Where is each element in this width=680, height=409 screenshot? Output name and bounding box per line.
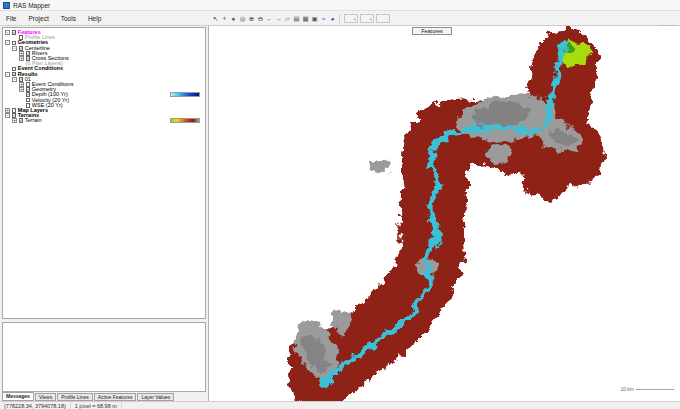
plot-grid-icon[interactable]: ▦ xyxy=(301,13,310,24)
profile-combo[interactable]: ▾ xyxy=(360,14,374,23)
window-title: RAS Mapper xyxy=(13,2,50,9)
layer-checkbox[interactable]: ✓ xyxy=(19,46,24,51)
status-pixel-scale: 1 pixel = 68.98 m xyxy=(71,402,122,409)
flood-terrain-raster xyxy=(285,41,605,387)
toolbar-separator xyxy=(339,14,340,24)
tab-messages[interactable]: Messages xyxy=(2,392,34,401)
tab-views[interactable]: Views xyxy=(35,393,56,401)
layer-checkbox[interactable]: ✓ xyxy=(26,87,31,92)
layer-checkbox[interactable] xyxy=(12,108,17,113)
bottom-tabs: MessagesViewsProfile LinesActive Feature… xyxy=(2,392,175,401)
messages-panel xyxy=(2,322,206,392)
previous-view-icon[interactable]: ← xyxy=(265,13,274,24)
select-tool-icon[interactable]: ↖ xyxy=(211,13,220,24)
tree-row[interactable]: +✓Terrain xyxy=(3,118,205,123)
tree-expander-icon[interactable]: - xyxy=(5,40,10,45)
map-scale-bar: 10 km xyxy=(620,386,674,392)
measure-tool-icon[interactable]: ▱ xyxy=(283,13,292,24)
layer-checkbox[interactable]: ✓ xyxy=(19,77,24,82)
tree-expander-icon[interactable]: - xyxy=(5,72,10,77)
tree-expander-icon[interactable]: - xyxy=(12,77,17,82)
menu-bar: FileProjectToolsHelp ↖+●◎⊕⊖←→▱▤▦▣≈◕▾▾· –… xyxy=(0,11,680,26)
tab-profile-lines[interactable]: Profile Lines xyxy=(57,393,93,401)
terrain-legend-ramp xyxy=(170,118,200,123)
profile-lines-tool-icon[interactable]: ≈ xyxy=(319,13,328,24)
tab-active-features[interactable]: Active Features xyxy=(94,393,137,401)
map-view: Features 10 km xyxy=(208,26,680,401)
layer-tree-panel: -✓FeaturesProfile Lines-Geometries-✓Cent… xyxy=(2,27,206,319)
tree-expander-icon[interactable]: - xyxy=(12,46,17,51)
app-icon xyxy=(3,2,10,9)
menu-item-project[interactable]: Project xyxy=(22,11,54,25)
layer-checkbox[interactable]: ✓ xyxy=(12,113,17,118)
scale-bar-label: 10 km xyxy=(620,386,634,392)
plot-table-icon[interactable]: ▤ xyxy=(292,13,301,24)
layer-checkbox[interactable] xyxy=(12,67,17,72)
menu-item-help[interactable]: Help xyxy=(82,11,107,25)
menu-item-file[interactable]: File xyxy=(0,11,22,25)
tree-expander-icon[interactable]: - xyxy=(5,30,10,35)
zoom-in-icon[interactable]: ⊕ xyxy=(247,13,256,24)
layer-checkbox[interactable] xyxy=(26,98,31,103)
layer-label: 01 xyxy=(25,77,31,82)
title-bar: RAS Mapper xyxy=(0,0,680,11)
print-map-icon[interactable]: ▣ xyxy=(310,13,319,24)
depth-legend-ramp xyxy=(170,92,200,97)
map-toolbar: ↖+●◎⊕⊖←→▱▤▦▣≈◕▾▾· xyxy=(211,11,390,26)
layer-checkbox[interactable]: ✓ xyxy=(26,51,31,56)
layer-checkbox[interactable]: ✓ xyxy=(26,92,31,97)
active-layer-label: Features xyxy=(412,27,452,35)
layer-checkbox[interactable] xyxy=(12,41,17,46)
ras-mapper-window: RAS Mapper FileProjectToolsHelp ↖+●◎⊕⊖←→… xyxy=(0,0,680,409)
pan-tool-icon[interactable]: + xyxy=(220,13,229,24)
layer-checkbox[interactable]: ✓ xyxy=(19,118,24,123)
menu-items: FileProjectToolsHelp xyxy=(0,11,107,25)
zoom-out-icon[interactable]: ⊖ xyxy=(256,13,265,24)
status-bar: (778228.34, 3794078.18) 1 pixel = 68.98 … xyxy=(0,401,680,409)
layer-checkbox[interactable]: ✓ xyxy=(12,30,17,35)
tree-expander-icon[interactable]: - xyxy=(5,113,10,118)
animation-combo[interactable]: ▾ xyxy=(344,14,358,23)
map-canvas[interactable] xyxy=(209,26,680,401)
layer-checkbox[interactable]: ✓ xyxy=(12,72,17,77)
web-imagery-icon[interactable]: ◕ xyxy=(328,13,337,24)
tree-expander-icon[interactable]: + xyxy=(12,118,17,123)
scale-bar-line xyxy=(636,389,674,390)
animation-step-button[interactable]: · xyxy=(376,14,390,23)
zoom-window-icon[interactable]: ◎ xyxy=(238,13,247,24)
layer-label: Terrain xyxy=(25,118,42,123)
menu-item-tools[interactable]: Tools xyxy=(55,11,82,25)
zoom-extents-icon[interactable]: ● xyxy=(229,13,238,24)
next-view-icon[interactable]: → xyxy=(274,13,283,24)
tab-layer-values[interactable]: Layer Values xyxy=(137,393,174,401)
tree-expander-icon[interactable]: + xyxy=(19,56,24,61)
layer-checkbox[interactable] xyxy=(26,82,31,87)
tree-expander-icon[interactable]: + xyxy=(19,87,24,92)
status-coordinates: (778228.34, 3794078.18) xyxy=(0,402,71,409)
